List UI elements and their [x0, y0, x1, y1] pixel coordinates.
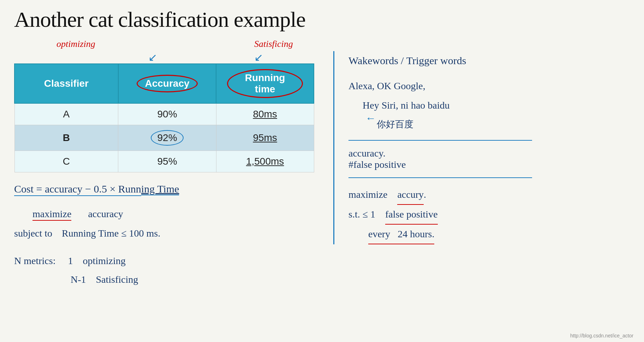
accuracy-b: 92%	[118, 125, 216, 151]
optimizing-annotation: optimizing	[56, 39, 95, 49]
accuracy-label: accuracy.	[348, 148, 623, 159]
header-accuracy: Accuracy	[118, 64, 216, 103]
every-label: every 24 hours.	[348, 225, 623, 244]
page: Another cat classification example optim…	[0, 0, 644, 342]
table-header-row: Classifier Accuracy Running time	[14, 64, 314, 103]
siri-line: Hey Siri, ni hao baidu	[348, 97, 623, 114]
accuracy-b-circle: 92%	[151, 130, 183, 146]
right-notes: Wakewords / Trigger words Alexa, OK Goog…	[348, 51, 623, 133]
runtime-c: 1,500ms	[216, 151, 314, 172]
arrow-right-icon: ↙	[254, 51, 263, 63]
divider-1	[348, 140, 532, 141]
divider-2	[348, 177, 532, 178]
runtime-b: 95ms	[216, 125, 314, 151]
cost-formula: Cost = accuracy − 0.5 × Running Time	[14, 183, 353, 196]
table-row: C 95% 1,500ms	[14, 151, 314, 172]
runtime-a: 80ms	[216, 103, 314, 125]
alexa-line: Alexa, OK Google,	[348, 77, 623, 95]
left-section: optimizing ↙ ↙ Satisficing Classifier Ac…	[14, 39, 353, 289]
table-wrapper: Classifier Accuracy Running time A 90%	[14, 63, 353, 172]
wakewords-line: Wakewords / Trigger words	[348, 51, 623, 70]
maximize-right-section: maximize accury. s.t. ≤ 1 false positive…	[348, 185, 623, 245]
maximize-label: maximize	[32, 208, 71, 221]
n-metrics-section: N metrics: 1 optimizing N-1 Satisficing	[14, 251, 353, 289]
table-row: A 90% 80ms	[14, 103, 314, 125]
maximize-section: maximize accuracy	[14, 208, 353, 221]
runtime-circle: Running time	[227, 69, 303, 98]
false-positive-label: #false positive	[348, 159, 623, 170]
header-running-time: Running time	[216, 64, 314, 103]
satisficing-annotation: Satisficing	[254, 39, 293, 49]
header-classifier: Classifier	[14, 64, 118, 103]
n-metrics-line2: N-1 Satisficing	[14, 270, 353, 289]
classifier-table: Classifier Accuracy Running time A 90%	[14, 63, 314, 172]
chinese-line: 你好百度	[348, 116, 623, 133]
annotations-row: optimizing ↙ ↙ Satisficing	[14, 39, 353, 63]
arrow-left-icon: ↙	[148, 51, 157, 63]
classifier-c: C	[14, 151, 118, 172]
watermark: http://blog.csdn.net/ice_actor	[570, 333, 633, 338]
classifier-a: A	[14, 103, 118, 125]
page-title: Another cat classification example	[14, 7, 630, 32]
subject-to-value: Running Time ≤ 100 ms.	[62, 228, 168, 239]
table-row: B 92% 95ms	[14, 125, 314, 151]
maximize-value: accuracy	[88, 208, 123, 219]
subject-to-section: subject to Running Time ≤ 100 ms.	[14, 228, 353, 239]
classifier-b: B	[14, 125, 118, 151]
accuracy-a: 90%	[118, 103, 216, 125]
accuracy-section: accuracy. #false positive	[348, 148, 623, 170]
st-label: s.t. ≤ 1 false positive	[348, 205, 623, 225]
right-section: Wakewords / Trigger words Alexa, OK Goog…	[333, 51, 623, 244]
accuracy-circle: Accuracy	[137, 75, 197, 92]
maximize-right-label: maximize accury.	[348, 185, 623, 205]
accuracy-c: 95%	[118, 151, 216, 172]
n-metrics-label: N metrics: 1 optimizing	[14, 251, 353, 270]
